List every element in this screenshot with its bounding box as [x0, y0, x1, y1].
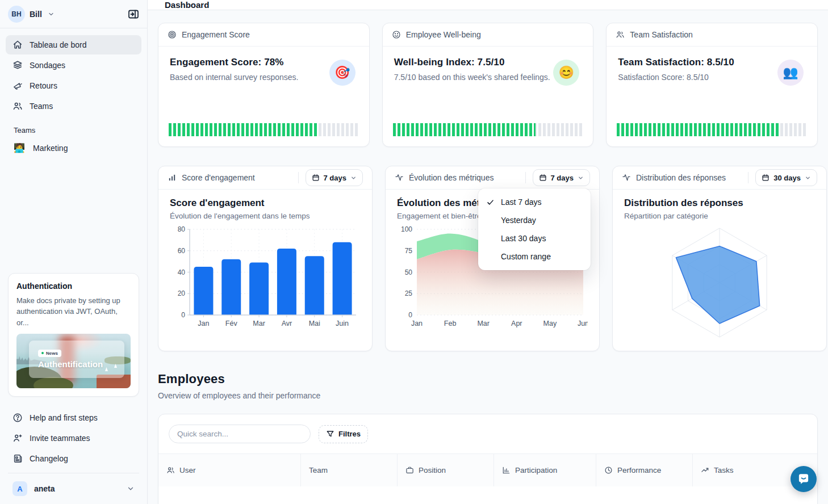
menu-item-yesterday[interactable]: Yesterday	[478, 211, 591, 229]
card-header-label: Distribution des réponses	[636, 173, 726, 182]
column-header-position[interactable]: Position	[397, 454, 494, 486]
svg-text:60: 60	[178, 247, 186, 255]
pulse-icon	[395, 173, 404, 182]
svg-text:Mai: Mai	[309, 320, 320, 327]
sidebar-item-label: Changelog	[30, 454, 68, 463]
svg-text:80: 80	[178, 225, 186, 233]
target-icon	[168, 30, 177, 39]
marketing-emoji-icon: 🧑‍💻	[14, 142, 25, 153]
distribution-radar-chart-card: Distribution des réponses 30 days Distri…	[612, 166, 827, 351]
column-header-user[interactable]: User	[158, 454, 300, 486]
pulse-icon	[622, 173, 631, 182]
range-selector-button[interactable]: 7 days	[533, 169, 590, 186]
chart-subtitle: Évolution de l'engagement dans le temps	[170, 212, 361, 220]
menu-item-last-30-days[interactable]: Last 30 days	[478, 229, 591, 247]
chart-subtitle: Répartition par catégorie	[624, 212, 815, 220]
column-header-participation[interactable]: Participation	[494, 454, 596, 486]
engagement-bar-chart-card: Score d'engagement 7 days Score d'engage…	[158, 166, 373, 351]
sidebar-item-label: Tableau de bord	[30, 40, 86, 49]
users-icon	[12, 101, 23, 111]
main-area: Dashboard Engagement Score Engagement Sc…	[148, 0, 828, 504]
chart-cards-row: Score d'engagement 7 days Score d'engage…	[158, 166, 818, 351]
user-plus-icon	[12, 433, 23, 443]
sidebar-item-label: Invite teammates	[30, 434, 90, 443]
sidebar-footer: Help and first steps Invite teammates Ch…	[0, 408, 147, 504]
mini-bars-icon	[168, 173, 177, 182]
range-dropdown-menu: Last 7 days Yesterday Last 30 days Custo…	[478, 188, 591, 270]
svg-text:100: 100	[401, 225, 412, 233]
svg-text:May: May	[543, 320, 557, 327]
team-satisfaction-card: Team Satisfaction Team Satisfaction: 8.5…	[606, 23, 818, 147]
sidebar-item-label: Sondages	[30, 61, 65, 70]
svg-text:Apr: Apr	[511, 320, 522, 327]
chevron-down-icon	[350, 175, 357, 181]
chevron-down-icon	[805, 175, 811, 181]
sidebar-item-sondages[interactable]: Sondages	[6, 56, 141, 75]
search-input[interactable]	[169, 425, 311, 443]
sidebar-item-teams[interactable]: Teams	[6, 96, 141, 116]
radar-chart	[624, 224, 815, 342]
chart-title: Score d'engagement	[170, 198, 361, 209]
sidebar-nav: Tableau de bord Sondages Retours Teams T…	[0, 28, 147, 157]
sidebar-header: BH Bill	[0, 0, 147, 28]
page-title: Dashboard	[165, 0, 209, 10]
table-toolbar: Filtres	[158, 414, 817, 453]
svg-text:25: 25	[405, 289, 413, 297]
menu-item-custom-range[interactable]: Custom range	[478, 247, 591, 266]
table-header-row: User Team Position Participation Perform…	[158, 453, 817, 486]
calendar-icon	[539, 174, 547, 182]
sidebar: BH Bill Tableau de bord Sondages Retours	[0, 0, 148, 504]
column-header-team[interactable]: Team	[300, 454, 397, 486]
sidebar-item-retours[interactable]: Retours	[6, 76, 141, 95]
stat-emoji-badge: 👥	[777, 60, 804, 86]
svg-text:Jun: Jun	[578, 320, 588, 327]
metrics-area-chart-card: Évolution des métriques 7 days Évolution…	[385, 166, 600, 351]
calendar-icon	[312, 174, 320, 182]
stat-title: Engagement Score: 78%	[170, 57, 358, 68]
chat-launcher-button[interactable]	[791, 466, 817, 492]
stat-cards-row: Engagement Score Engagement Score: 78% B…	[158, 23, 818, 147]
layers-icon	[12, 60, 23, 70]
promo-title: Authentication	[16, 282, 131, 291]
news-dot-icon	[41, 352, 44, 354]
authentication-promo-card[interactable]: Authentication Make docs private by sett…	[8, 273, 139, 397]
team-item-label: Marketing	[33, 144, 68, 153]
user-name[interactable]: Bill	[30, 10, 42, 19]
promo-image-title: Authentification	[38, 359, 124, 369]
sidebar-item-marketing[interactable]: 🧑‍💻 Marketing	[6, 139, 141, 157]
range-selector-button[interactable]: 30 days	[755, 169, 817, 186]
chart-title: Distribution des réponses	[624, 198, 815, 209]
user-avatar[interactable]: BH	[8, 6, 25, 23]
promo-image[interactable]: News Authentification	[16, 334, 131, 388]
range-selector-button[interactable]: 7 days	[306, 169, 363, 186]
svg-text:0: 0	[181, 311, 185, 319]
column-header-performance[interactable]: Performance	[596, 454, 692, 486]
divider	[8, 473, 139, 473]
progress-sparkline	[617, 123, 807, 136]
workspace-switcher[interactable]: A aneta	[6, 476, 141, 504]
sidebar-item-label: Retours	[30, 81, 57, 90]
chevron-down-icon[interactable]	[48, 11, 55, 18]
chevron-down-icon	[578, 175, 584, 181]
sidebar-item-invite[interactable]: Invite teammates	[6, 429, 141, 448]
chevron-down-icon	[127, 485, 135, 493]
check-icon	[486, 198, 501, 207]
menu-item-last-7-days[interactable]: Last 7 days	[478, 193, 591, 211]
svg-text:Jan: Jan	[198, 320, 209, 327]
bar-chart: 020406080JanFévMarAvrMaiJuin	[170, 224, 361, 330]
sidebar-item-label: Help and first steps	[30, 413, 98, 422]
sidebar-item-help[interactable]: Help and first steps	[6, 408, 141, 427]
svg-text:Jan: Jan	[411, 320, 423, 327]
sidebar-item-tableau-de-bord[interactable]: Tableau de bord	[6, 35, 141, 54]
progress-sparkline	[393, 123, 583, 136]
dashboard-content: Engagement Score Engagement Score: 78% B…	[148, 10, 828, 504]
collapse-sidebar-icon[interactable]	[128, 9, 139, 20]
smile-icon	[392, 30, 401, 39]
sidebar-item-changelog[interactable]: Changelog	[6, 449, 141, 468]
home-icon	[12, 40, 23, 50]
card-header-label: Évolution des métriques	[409, 173, 494, 182]
funnel-icon	[326, 430, 334, 438]
svg-text:50: 50	[405, 268, 413, 276]
chat-bubble-icon	[796, 472, 811, 486]
filters-button[interactable]: Filtres	[319, 425, 368, 443]
